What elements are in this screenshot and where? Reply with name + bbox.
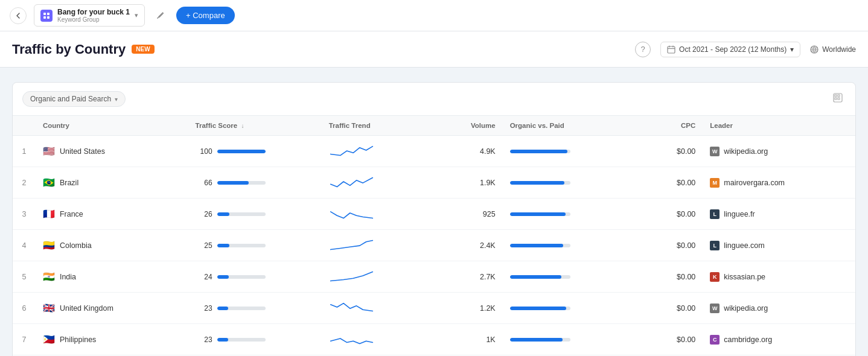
svg-rect-1 <box>47 13 49 15</box>
organic-bar-track <box>510 338 570 342</box>
sparkline <box>329 173 374 191</box>
cell-organic-vs-paid <box>503 167 627 199</box>
cell-leader: K kissasian.pe <box>703 261 855 293</box>
location-filter[interactable]: Worldwide <box>810 45 856 54</box>
keyword-group-name: Bang for your buck 1 <box>57 8 130 16</box>
cell-leader: L linguee.com <box>703 230 855 261</box>
search-type-filter[interactable]: Organic and Paid Search ▾ <box>22 91 126 107</box>
page-title-area: Traffic by Country NEW <box>12 42 155 57</box>
sparkline <box>329 204 374 222</box>
cell-organic-vs-paid <box>503 324 627 355</box>
cell-organic-vs-paid <box>503 293 627 324</box>
cell-country: 🇨🇴 Colombia <box>36 230 188 261</box>
leader-favicon: W <box>710 304 720 313</box>
sparkline <box>329 329 374 348</box>
table-header-row: Country Traffic Score ↓ Traffic Trend Vo… <box>13 116 855 136</box>
leader-favicon: K <box>710 272 720 282</box>
table-row: 2 🇧🇷 Brazil 66 1.9K $0. <box>13 167 855 199</box>
leader-favicon: W <box>710 147 720 156</box>
cell-rank: 4 <box>13 230 36 261</box>
country-name: India <box>60 273 76 281</box>
compare-button[interactable]: + Compare <box>176 7 235 24</box>
table-row: 7 🇵🇭 Philippines 23 1K <box>13 324 855 355</box>
svg-rect-4 <box>668 46 675 53</box>
table-body: 1 🇺🇸 United States 100 4.9K <box>13 136 855 357</box>
cell-traffic-trend <box>322 136 436 167</box>
score-bar-track <box>217 338 266 342</box>
cell-traffic-score: 25 <box>188 230 322 261</box>
country-flag: 🇮🇳 <box>43 271 55 282</box>
filter-label: Organic and Paid Search <box>30 95 111 103</box>
cell-traffic-trend <box>322 324 436 355</box>
svg-rect-8 <box>835 98 837 100</box>
table-row: 5 🇮🇳 India 24 2.7K $0.0 <box>13 261 855 293</box>
country-name: Philippines <box>60 335 96 344</box>
score-bar-track <box>217 275 266 279</box>
organic-bar-fill <box>510 181 564 185</box>
organic-bar-fill <box>510 212 566 216</box>
leader-name: wikipedia.org <box>724 147 768 156</box>
cell-traffic-trend <box>322 167 436 199</box>
help-icon[interactable]: ? <box>635 42 651 57</box>
table-toolbar: Organic and Paid Search ▾ <box>13 83 855 116</box>
sparkline <box>329 141 374 159</box>
cell-country: 🇧🇷 Brazil <box>36 167 188 199</box>
col-traffic-trend: Traffic Trend <box>322 116 436 136</box>
country-flag: 🇵🇭 <box>43 334 55 345</box>
sparkline <box>329 235 374 253</box>
cell-rank: 2 <box>13 167 36 199</box>
data-table: Country Traffic Score ↓ Traffic Trend Vo… <box>13 116 855 356</box>
page-header: Traffic by Country NEW ? Oct 2021 - Sep … <box>0 31 868 68</box>
back-button[interactable] <box>10 7 27 24</box>
leader-name: mairovergara.com <box>724 179 785 187</box>
cell-rank: 3 <box>13 199 36 230</box>
cell-traffic-score: 23 <box>188 293 322 324</box>
cell-traffic-trend <box>322 230 436 261</box>
cell-volume: 2.7K <box>436 261 503 293</box>
cell-cpc: $0.00 <box>627 230 703 261</box>
country-flag: 🇺🇸 <box>43 145 55 157</box>
score-bar-fill <box>217 150 266 153</box>
score-bar-fill <box>217 244 229 247</box>
cell-cpc: $0.00 <box>627 324 703 355</box>
edit-button[interactable] <box>152 7 169 24</box>
sparkline <box>329 298 374 316</box>
cell-organic-vs-paid <box>503 230 627 261</box>
table-container: Organic and Paid Search ▾ Country Traffi… <box>12 82 856 356</box>
cell-traffic-trend <box>322 199 436 230</box>
cell-volume: 4.9K <box>436 136 503 167</box>
leader-name: linguee.com <box>724 241 764 250</box>
leader-name: linguee.fr <box>724 210 755 218</box>
new-badge: NEW <box>132 45 154 54</box>
sort-icon: ↓ <box>241 122 244 129</box>
country-flag: 🇨🇴 <box>43 240 55 251</box>
organic-bar-fill <box>510 307 566 310</box>
cell-country: 🇺🇸 United States <box>36 136 188 167</box>
export-icon <box>832 92 843 103</box>
cell-country: 🇮🇳 India <box>36 261 188 293</box>
page-title: Traffic by Country <box>12 42 126 57</box>
keyword-group-pill[interactable]: Bang for your buck 1 Keyword Group ▾ <box>34 4 145 27</box>
cell-volume: 1.2K <box>436 293 503 324</box>
organic-bar-track <box>510 212 570 216</box>
export-button[interactable] <box>830 90 846 108</box>
cell-leader: W wikipedia.org <box>703 136 855 167</box>
cell-leader: C cambridge.org <box>703 324 855 355</box>
organic-bar-track <box>510 244 570 247</box>
cell-rank: 6 <box>13 293 36 324</box>
leader-favicon: L <box>710 209 720 219</box>
cell-volume: 925 <box>436 199 503 230</box>
col-volume: Volume <box>436 116 503 136</box>
cell-volume: 2.4K <box>436 230 503 261</box>
cell-country: 🇫🇷 France <box>36 199 188 230</box>
score-bar-track <box>217 307 266 310</box>
date-range-label: Oct 2021 - Sep 2022 (12 Months) <box>679 45 787 54</box>
date-range-filter[interactable]: Oct 2021 - Sep 2022 (12 Months) ▾ <box>660 42 800 57</box>
cell-organic-vs-paid <box>503 261 627 293</box>
cell-cpc: $0.00 <box>627 136 703 167</box>
cell-traffic-score: 66 <box>188 167 322 199</box>
col-organic-vs-paid: Organic vs. Paid <box>503 116 627 136</box>
content-area: Organic and Paid Search ▾ Country Traffi… <box>0 68 868 356</box>
cell-cpc: $0.00 <box>627 199 703 230</box>
col-traffic-score[interactable]: Traffic Score ↓ <box>188 116 322 136</box>
